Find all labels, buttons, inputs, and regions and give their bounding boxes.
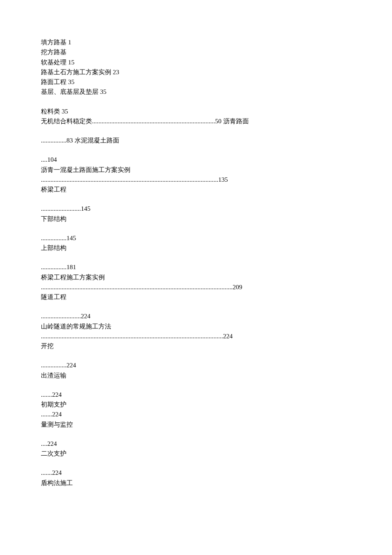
toc-line: 路面工程 35 (41, 77, 351, 87)
toc-line: .......224 (41, 468, 351, 478)
blank-line (41, 195, 351, 204)
toc-line: ....104 (41, 155, 351, 165)
toc-line: 量测与监控 (41, 420, 351, 430)
toc-line: 基层、底基层及垫层 35 (41, 87, 351, 97)
blank-line (41, 302, 351, 311)
toc-line: .......224 (41, 390, 351, 400)
toc-line: 桥梁工程 (41, 185, 351, 195)
toc-line: ................145 (41, 233, 351, 243)
toc-line: 山岭隧道的常规施工方法 (41, 322, 351, 331)
toc-line: 下部结构 (41, 214, 351, 224)
toc-line: .........................145 (41, 204, 351, 214)
toc-line: ................224 (41, 360, 351, 370)
toc-line: 路基土石方施工方案实例 23 (41, 67, 351, 77)
toc-line: 填方路基 1 (41, 38, 351, 47)
blank-line (41, 381, 351, 390)
toc-line: 沥青一混凝土路面施工方案实例 (41, 165, 351, 175)
blank-line (41, 224, 351, 233)
toc-line: ........................................… (41, 282, 351, 292)
toc-line: 软基处理 15 (41, 58, 351, 67)
toc-line: 桥梁工程施工方案实例 (41, 273, 351, 282)
toc-line: 出渣运输 (41, 371, 351, 381)
toc-line: 初期支护 (41, 400, 351, 410)
toc-line: 二次支护 (41, 449, 351, 459)
toc-line: ................83 水泥混凝土路面 (41, 136, 351, 145)
toc-line: 盾构法施工 (41, 478, 351, 488)
toc-line: .........................224 (41, 311, 351, 321)
toc-line: 隧道工程 (41, 292, 351, 302)
toc-line: ................181 (41, 262, 351, 272)
toc-line: ........................................… (41, 175, 351, 185)
toc-line: 上部结构 (41, 243, 351, 253)
blank-line (41, 97, 351, 107)
blank-line (41, 430, 351, 439)
blank-line (41, 126, 351, 136)
document-page: 填方路基 1挖方路基软基处理 15路基土石方施工方案实例 23路面工程 35基层… (0, 0, 392, 514)
toc-line: 挖方路基 (41, 47, 351, 57)
blank-line (41, 253, 351, 262)
toc-line: 无机结合料稳定类................................… (41, 116, 351, 126)
blank-line (41, 351, 351, 360)
blank-line (41, 145, 351, 155)
toc-line: ....224 (41, 439, 351, 449)
blank-line (41, 459, 351, 468)
toc-line: 开挖 (41, 341, 351, 351)
toc-line: .......224 (41, 410, 351, 419)
toc-line: 粒料类 35 (41, 107, 351, 116)
toc-content: 填方路基 1挖方路基软基处理 15路基土石方施工方案实例 23路面工程 35基层… (41, 38, 351, 488)
toc-line: ........................................… (41, 331, 351, 341)
